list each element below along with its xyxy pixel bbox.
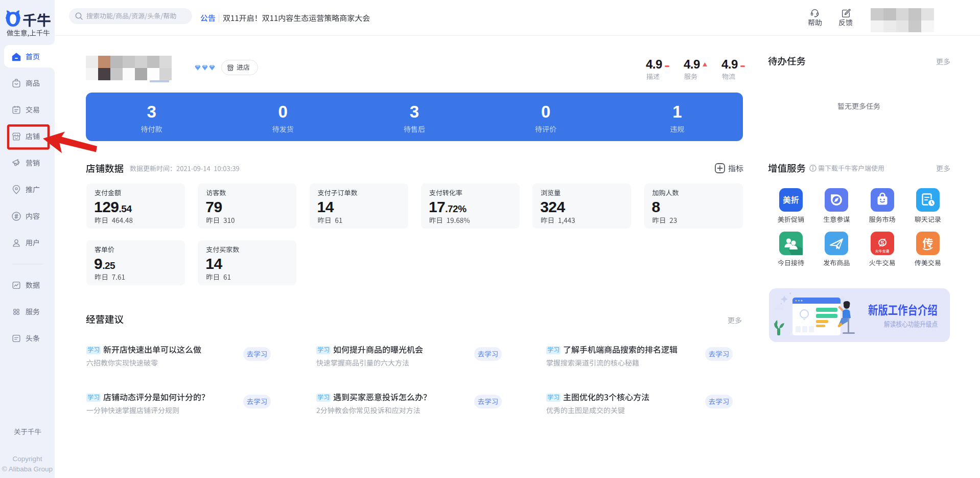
svg-text:S: S bbox=[880, 240, 884, 246]
